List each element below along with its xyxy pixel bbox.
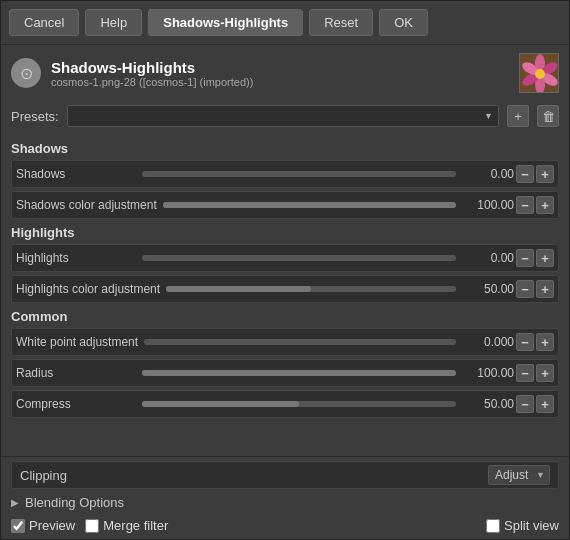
white-point-label: White point adjustment [16, 335, 138, 349]
highlights-value: 0.00 [462, 251, 514, 265]
shadows-color-plus-button[interactable]: + [536, 196, 554, 214]
blending-arrow-icon: ▶ [11, 497, 19, 508]
effect-icon: ⊙ [11, 58, 41, 88]
common-section-label: Common [11, 309, 559, 324]
presets-remove-button[interactable]: 🗑 [537, 105, 559, 127]
highlights-label: Highlights [16, 251, 136, 265]
bottom-area: Clipping Adjust None Clip ▶ Blending Opt… [1, 456, 569, 539]
shadows-color-slider-row: Shadows color adjustment 100.00 − + [11, 191, 559, 219]
header-row: ⊙ Shadows-Highlights cosmos-1.png-28 ([c… [1, 45, 569, 101]
preview-label[interactable]: Preview [29, 518, 75, 533]
highlights-color-track[interactable] [166, 286, 456, 292]
shadows-color-label: Shadows color adjustment [16, 198, 157, 212]
highlights-color-value: 50.00 [462, 282, 514, 296]
shadows-section-label: Shadows [11, 141, 559, 156]
compress-fill [142, 401, 299, 407]
compress-plus-button[interactable]: + [536, 395, 554, 413]
clipping-row: Clipping Adjust None Clip [11, 461, 559, 489]
shadows-minus-button[interactable]: − [516, 165, 534, 183]
shadows-slider-row: Shadows 0.00 − + [11, 160, 559, 188]
white-point-slider-row: White point adjustment 0.000 − + [11, 328, 559, 356]
dialog: Cancel Help Shadows-Highlights Reset OK … [0, 0, 570, 540]
compress-minus-button[interactable]: − [516, 395, 534, 413]
merge-filter-wrap[interactable]: Merge filter [85, 518, 168, 533]
effect-title: Shadows-Highlights [51, 59, 509, 76]
clipping-select-container: Adjust None Clip [488, 465, 550, 485]
shadows-label: Shadows [16, 167, 136, 181]
effect-subtitle: cosmos-1.png-28 ([cosmos-1] (imported)) [51, 76, 509, 88]
shadows-track[interactable] [142, 171, 456, 177]
split-view-checkbox[interactable] [486, 519, 500, 533]
white-point-minus-button[interactable]: − [516, 333, 534, 351]
toolbar: Cancel Help Shadows-Highlights Reset OK [1, 1, 569, 45]
image-thumbnail [519, 53, 559, 93]
highlights-color-slider-row: Highlights color adjustment 50.00 − + [11, 275, 559, 303]
highlights-plus-button[interactable]: + [536, 249, 554, 267]
highlights-section-label: Highlights [11, 225, 559, 240]
shadows-color-fill [163, 202, 456, 208]
ok-button[interactable]: OK [379, 9, 428, 36]
preview-checkbox[interactable] [11, 519, 25, 533]
shadows-plus-button[interactable]: + [536, 165, 554, 183]
clipping-label: Clipping [20, 468, 67, 483]
radius-value: 100.00 [462, 366, 514, 380]
white-point-plus-button[interactable]: + [536, 333, 554, 351]
clipping-select[interactable]: Adjust None Clip [488, 465, 550, 485]
reset-button[interactable]: Reset [309, 9, 373, 36]
highlights-color-plus-button[interactable]: + [536, 280, 554, 298]
highlights-slider-row: Highlights 0.00 − + [11, 244, 559, 272]
presets-row: Presets: + 🗑 [1, 101, 569, 131]
highlights-color-fill [166, 286, 311, 292]
blending-options-label: Blending Options [25, 495, 124, 510]
highlights-color-label: Highlights color adjustment [16, 282, 160, 296]
preview-wrap[interactable]: Preview [11, 518, 75, 533]
title-button: Shadows-Highlights [148, 9, 303, 36]
highlights-minus-button[interactable]: − [516, 249, 534, 267]
compress-label: Compress [16, 397, 136, 411]
radius-label: Radius [16, 366, 136, 380]
split-view-label[interactable]: Split view [504, 518, 559, 533]
shadows-color-track[interactable] [163, 202, 456, 208]
shadows-color-value: 100.00 [462, 198, 514, 212]
presets-select[interactable] [67, 105, 499, 127]
help-button[interactable]: Help [85, 9, 142, 36]
radius-plus-button[interactable]: + [536, 364, 554, 382]
blending-row[interactable]: ▶ Blending Options [11, 493, 559, 512]
radius-track[interactable] [142, 370, 456, 376]
white-point-value: 0.000 [462, 335, 514, 349]
main-content: Shadows Shadows 0.00 − + Shadows color a… [1, 131, 569, 456]
shadows-value: 0.00 [462, 167, 514, 181]
presets-add-button[interactable]: + [507, 105, 529, 127]
cancel-button[interactable]: Cancel [9, 9, 79, 36]
split-view-wrap[interactable]: Split view [486, 518, 559, 533]
merge-filter-checkbox[interactable] [85, 519, 99, 533]
compress-value: 50.00 [462, 397, 514, 411]
shadows-color-minus-button[interactable]: − [516, 196, 534, 214]
compress-track[interactable] [142, 401, 456, 407]
white-point-track[interactable] [144, 339, 456, 345]
merge-filter-label[interactable]: Merge filter [103, 518, 168, 533]
radius-slider-row: Radius 100.00 − + [11, 359, 559, 387]
radius-fill [142, 370, 456, 376]
compress-slider-row: Compress 50.00 − + [11, 390, 559, 418]
header-text: Shadows-Highlights cosmos-1.png-28 ([cos… [51, 59, 509, 88]
presets-label: Presets: [11, 109, 59, 124]
radius-minus-button[interactable]: − [516, 364, 534, 382]
highlights-track[interactable] [142, 255, 456, 261]
footer-row: Preview Merge filter Split view [11, 514, 559, 535]
presets-select-wrap [67, 105, 499, 127]
highlights-color-minus-button[interactable]: − [516, 280, 534, 298]
